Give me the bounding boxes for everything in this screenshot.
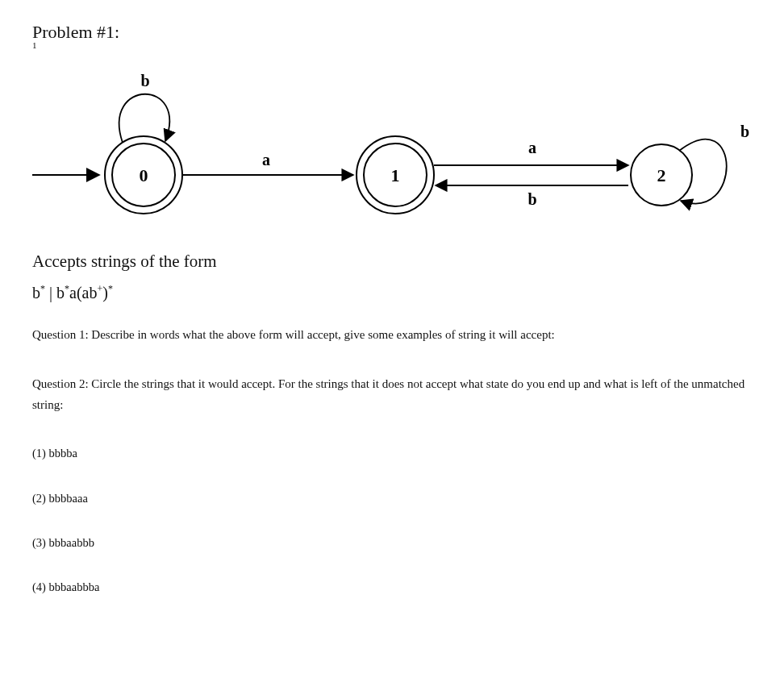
list-item: (4) bbbaabbba [32, 578, 752, 597]
string-list: (1) bbbba (2) bbbbaaa (3) bbbaabbb (4) b… [32, 444, 752, 597]
regex-p3: a(ab [69, 284, 97, 302]
state-1: 1 [357, 136, 434, 214]
list-item: (1) bbbba [32, 444, 752, 463]
edge-0-1-label: a [262, 151, 270, 168]
edge-2-loop-label: b [740, 123, 749, 140]
list-item: (2) bbbbaaa [32, 489, 752, 508]
list-item: (3) bbbaabbb [32, 534, 752, 552]
edge-0-loop-label: b [140, 72, 149, 89]
regex-p1: b [32, 284, 40, 302]
question-1: Question 1: Describe in words what the a… [32, 325, 752, 346]
page: Problem #1: 1 0 b a [0, 0, 784, 678]
question-2: Question 2: Circle the strings that it w… [32, 374, 752, 415]
state-0-label: 0 [140, 165, 148, 185]
page-subtitle: 1 [32, 40, 752, 50]
accepts-heading: Accepts strings of the form [32, 252, 752, 272]
state-2: 2 [631, 144, 692, 206]
regex-p4: ) [102, 284, 108, 302]
regex-sup4: * [108, 283, 113, 294]
edge-2-1-label: b [528, 190, 536, 208]
state-0: 0 [105, 136, 182, 214]
dfa-diagram: 0 b a 1 a b 2 [32, 58, 758, 243]
state-2-label: 2 [657, 165, 666, 185]
regex-sep: | [45, 284, 56, 302]
regex-expression: b* | b*a(ab+)* [32, 283, 752, 302]
state-1-label: 1 [391, 165, 400, 185]
edge-0-loop [119, 94, 170, 143]
regex-p2: b [56, 284, 65, 302]
dfa-svg: 0 b a 1 a b 2 [32, 58, 758, 243]
edge-1-2-label: a [528, 139, 536, 156]
page-title: Problem #1: [32, 23, 752, 42]
